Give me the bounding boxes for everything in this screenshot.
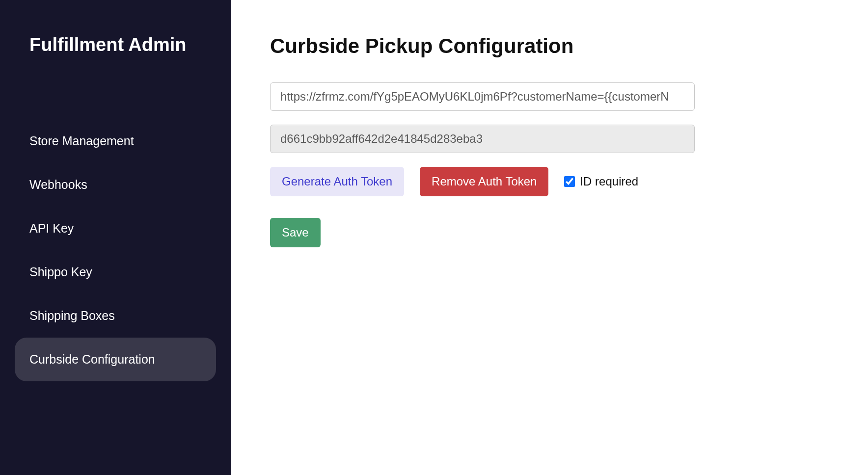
curbside-url-input[interactable]: [270, 82, 695, 111]
auth-token-input[interactable]: [270, 125, 695, 153]
sidebar-item-label: API Key: [29, 221, 74, 235]
sidebar: Fulfillment Admin Store Management Webho…: [0, 0, 231, 475]
token-actions-row: Generate Auth Token Remove Auth Token ID…: [270, 167, 829, 196]
sidebar-item-webhooks[interactable]: Webhooks: [15, 163, 216, 207]
remove-auth-token-button[interactable]: Remove Auth Token: [420, 167, 548, 196]
id-required-wrap[interactable]: ID required: [564, 175, 638, 188]
sidebar-title: Fulfillment Admin: [15, 34, 216, 55]
sidebar-item-store-management[interactable]: Store Management: [15, 119, 216, 163]
token-row: [270, 125, 829, 153]
save-button[interactable]: Save: [270, 218, 321, 247]
sidebar-item-shipping-boxes[interactable]: Shipping Boxes: [15, 294, 216, 338]
generate-auth-token-button[interactable]: Generate Auth Token: [270, 167, 404, 196]
sidebar-item-shippo-key[interactable]: Shippo Key: [15, 250, 216, 294]
sidebar-item-curbside-configuration[interactable]: Curbside Configuration: [15, 338, 216, 381]
main-content: Curbside Pickup Configuration Generate A…: [231, 0, 868, 475]
page-title: Curbside Pickup Configuration: [270, 34, 829, 58]
id-required-label: ID required: [580, 175, 638, 188]
save-row: Save: [270, 218, 829, 247]
sidebar-item-label: Webhooks: [29, 178, 87, 191]
sidebar-item-label: Curbside Configuration: [29, 352, 155, 366]
id-required-checkbox[interactable]: [564, 176, 575, 187]
sidebar-item-api-key[interactable]: API Key: [15, 207, 216, 250]
sidebar-nav: Store Management Webhooks API Key Shippo…: [15, 119, 216, 381]
sidebar-item-label: Shippo Key: [29, 265, 92, 279]
sidebar-item-label: Store Management: [29, 134, 134, 148]
sidebar-item-label: Shipping Boxes: [29, 309, 115, 322]
url-row: [270, 82, 829, 111]
